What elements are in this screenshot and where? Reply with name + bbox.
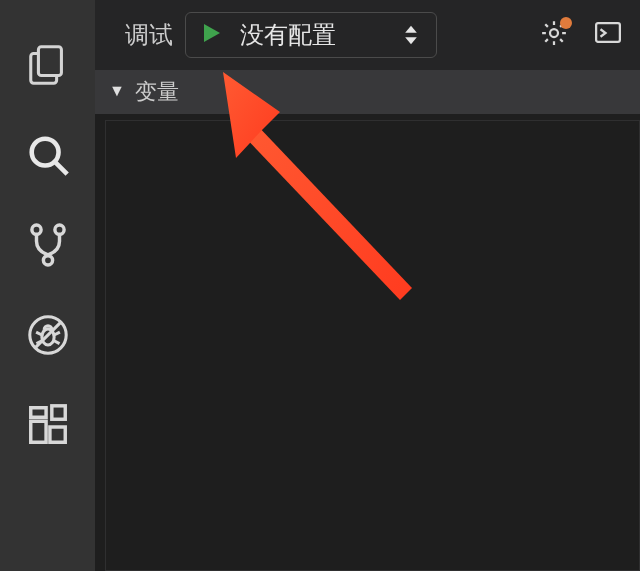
- branch-icon: [25, 222, 71, 272]
- console-icon: [593, 18, 623, 52]
- svg-marker-15: [405, 26, 417, 33]
- activity-extensions[interactable]: [0, 382, 95, 472]
- debug-title: 调试: [125, 19, 173, 51]
- debug-config-group: 没有配置: [185, 12, 437, 58]
- svg-marker-14: [204, 24, 220, 42]
- search-icon: [25, 132, 71, 182]
- svg-line-11: [54, 341, 59, 344]
- settings-badge: [560, 17, 572, 29]
- variables-panel: [105, 120, 640, 571]
- svg-point-5: [43, 256, 52, 265]
- svg-rect-18: [596, 23, 620, 42]
- debug-config-label: 没有配置: [240, 19, 336, 51]
- debug-console-button[interactable]: [586, 13, 630, 57]
- activity-explorer[interactable]: [0, 22, 95, 112]
- debug-settings-button[interactable]: [532, 13, 576, 57]
- activity-debug[interactable]: [0, 292, 95, 382]
- files-icon: [25, 42, 71, 92]
- select-arrows-icon: [402, 21, 420, 49]
- svg-point-4: [54, 225, 63, 234]
- svg-point-17: [550, 29, 558, 37]
- play-icon: [199, 21, 223, 49]
- svg-line-2: [55, 163, 67, 175]
- activity-source-control[interactable]: [0, 202, 95, 292]
- variables-title: 变量: [135, 77, 179, 107]
- activity-bar: [0, 0, 95, 571]
- svg-rect-13: [51, 406, 64, 419]
- svg-rect-0: [38, 47, 61, 76]
- extensions-icon: [25, 402, 71, 452]
- svg-line-9: [54, 332, 60, 335]
- debug-toolbar: 调试 没有配置: [95, 0, 640, 70]
- debug-sidebar: 调试 没有配置: [95, 0, 640, 571]
- svg-line-8: [36, 332, 42, 335]
- variables-section-header[interactable]: ▼ 变量: [95, 70, 640, 114]
- disclosure-triangle-icon: ▼: [109, 82, 125, 100]
- debug-config-select[interactable]: 没有配置: [230, 13, 430, 57]
- svg-point-3: [31, 225, 40, 234]
- svg-point-1: [31, 139, 58, 166]
- svg-marker-16: [405, 37, 417, 44]
- bug-disabled-icon: [25, 312, 71, 362]
- start-debug-button[interactable]: [192, 16, 230, 54]
- activity-search[interactable]: [0, 112, 95, 202]
